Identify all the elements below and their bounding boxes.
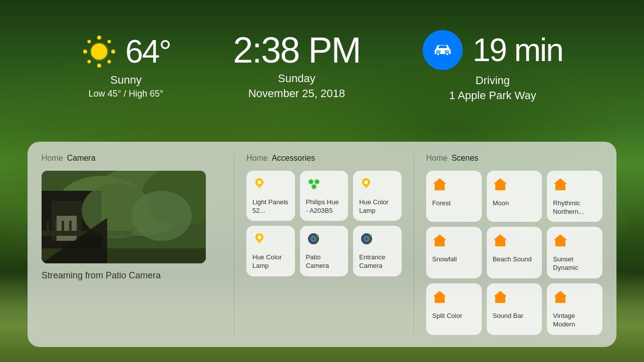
weather-range: Low 45° / High 65° <box>89 89 163 99</box>
accessories-panel-header: Home Accessories <box>246 154 402 163</box>
accessory-name-philips-hue: Philips Hue - A203B5 <box>306 198 343 215</box>
svg-rect-70 <box>559 186 562 190</box>
svg-rect-34 <box>258 187 261 188</box>
svg-rect-51 <box>258 243 260 244</box>
svg-rect-50 <box>258 242 261 243</box>
svg-rect-33 <box>257 186 261 187</box>
accessory-tile-philips-hue[interactable]: Philips Hue - A203B5 <box>300 171 349 221</box>
svg-point-36 <box>257 180 261 184</box>
svg-point-56 <box>312 238 314 240</box>
scene-name-moon: Moon <box>493 199 509 208</box>
svg-point-5 <box>108 40 111 43</box>
sun-icon <box>81 34 117 70</box>
scene-name-sound-bar: Sound Bar <box>493 312 523 320</box>
house-icon-beach-sound <box>493 233 508 251</box>
accessory-name-patio-camera: Patio Camera <box>306 253 343 270</box>
svg-point-0 <box>97 36 101 40</box>
day-display: Sunday <box>278 72 315 85</box>
house-svg-sound-bar <box>493 289 508 304</box>
svg-rect-28 <box>77 221 79 236</box>
time-display: 2:38 PM <box>233 32 360 68</box>
house-svg-vintage-modern <box>553 289 568 304</box>
scene-tile-vintage-modern[interactable]: Vintage Modern <box>547 283 602 335</box>
time-section: 2:38 PM Sunday November 25, 2018 <box>233 32 360 100</box>
scene-name-rhythmic-northern: Rhythmic Northern... <box>553 199 596 216</box>
svg-point-40 <box>310 181 312 183</box>
accessory-tile-hue-lamp-1[interactable]: Hue Color Lamp <box>353 171 402 221</box>
svg-point-4 <box>88 40 91 43</box>
svg-rect-63 <box>365 233 369 235</box>
svg-rect-82 <box>559 299 562 303</box>
svg-rect-25 <box>54 221 57 236</box>
accessory-name-light-panels: Light Panels 52... <box>252 198 289 215</box>
house-icon-rhythmic-northern <box>553 177 568 195</box>
house-svg-moon <box>493 177 508 192</box>
svg-point-47 <box>364 180 368 184</box>
navigation-section: 19 min Driving 1 Apple Park Way <box>423 30 563 102</box>
scene-tile-split-color[interactable]: Split Color <box>426 283 482 335</box>
accessory-tile-patio-camera[interactable]: Patio Camera <box>300 226 349 276</box>
svg-rect-78 <box>438 299 441 303</box>
scenes-section: Home Scenes Forest <box>426 154 602 335</box>
camera-header-home: Home <box>42 154 63 163</box>
svg-point-41 <box>316 181 318 183</box>
house-svg-forest <box>432 177 447 192</box>
svg-rect-76 <box>559 242 562 246</box>
svg-rect-57 <box>311 233 315 235</box>
svg-point-30 <box>132 191 192 241</box>
house-icon-sound-bar <box>493 289 508 308</box>
camera-stream-label: Streaming from Patio Camera <box>42 270 222 281</box>
scene-tile-snowfall[interactable]: Snowfall <box>426 227 482 278</box>
house-icon-snowfall <box>432 233 447 251</box>
scene-tile-sound-bar[interactable]: Sound Bar <box>487 283 542 335</box>
accessory-name-entrance-camera: Entrance Camera <box>359 253 396 270</box>
accessory-tile-light-panels[interactable]: Light Panels 52... <box>246 171 295 221</box>
svg-point-8 <box>91 44 107 60</box>
scenes-panel-header: Home Scenes <box>426 154 602 163</box>
accessories-header-category: Accessories <box>272 154 315 163</box>
svg-point-2 <box>83 50 87 54</box>
accessory-tile-entrance-camera[interactable]: Entrance Camera <box>353 226 402 276</box>
sun-svg <box>81 34 117 70</box>
scenes-header-home: Home <box>426 154 448 163</box>
temperature: 64° <box>125 36 171 68</box>
accessories-grid: Light Panels 52... Philips Hue - A203B5 <box>246 171 402 277</box>
scene-tile-beach-sound[interactable]: Beach Sound <box>487 227 542 278</box>
weather-section: 64° Sunny Low 45° / High 65° <box>81 34 171 99</box>
svg-point-42 <box>313 186 315 188</box>
camera-feed[interactable] <box>42 171 206 263</box>
accessories-header-home: Home <box>246 154 268 163</box>
camera-icon <box>306 232 321 249</box>
house-svg-rhythmic-northern <box>553 177 568 192</box>
accessories-section: Home Accessories Light Panels 52... <box>246 154 402 335</box>
svg-rect-74 <box>499 242 502 246</box>
bulb-icon-3 <box>252 232 266 249</box>
svg-rect-72 <box>438 242 441 246</box>
nav-mode: Driving <box>476 74 510 87</box>
nav-top: 19 min <box>423 30 563 70</box>
house-icon-vintage-modern <box>553 289 568 308</box>
svg-point-64 <box>370 234 372 236</box>
svg-rect-49 <box>257 241 261 242</box>
svg-point-52 <box>257 235 261 239</box>
scene-tile-rhythmic-northern[interactable]: Rhythmic Northern... <box>547 171 602 222</box>
scene-tile-forest[interactable]: Forest <box>426 171 482 222</box>
scene-tile-sunset-dynamic[interactable]: Sunset Dynamic <box>547 227 602 278</box>
entrance-camera-icon <box>359 232 374 249</box>
svg-rect-68 <box>499 186 502 190</box>
house-svg-split-color <box>432 289 447 304</box>
svg-point-12 <box>437 53 439 55</box>
hue-icon <box>306 177 322 194</box>
house-icon-split-color <box>432 289 447 308</box>
bulb-svg <box>252 177 266 191</box>
svg-rect-24 <box>47 221 49 236</box>
scene-name-sunset-dynamic: Sunset Dynamic <box>553 255 596 272</box>
scene-tile-moon[interactable]: Moon <box>487 171 542 222</box>
scenes-header-category: Scenes <box>452 154 478 163</box>
divider-1 <box>234 154 234 335</box>
accessory-tile-hue-lamp-2[interactable]: Hue Color Lamp <box>246 226 295 276</box>
camera-svg <box>306 232 321 246</box>
entrance-camera-svg <box>359 232 374 246</box>
svg-point-3 <box>111 50 115 54</box>
home-panel: Home Camera <box>28 142 616 347</box>
